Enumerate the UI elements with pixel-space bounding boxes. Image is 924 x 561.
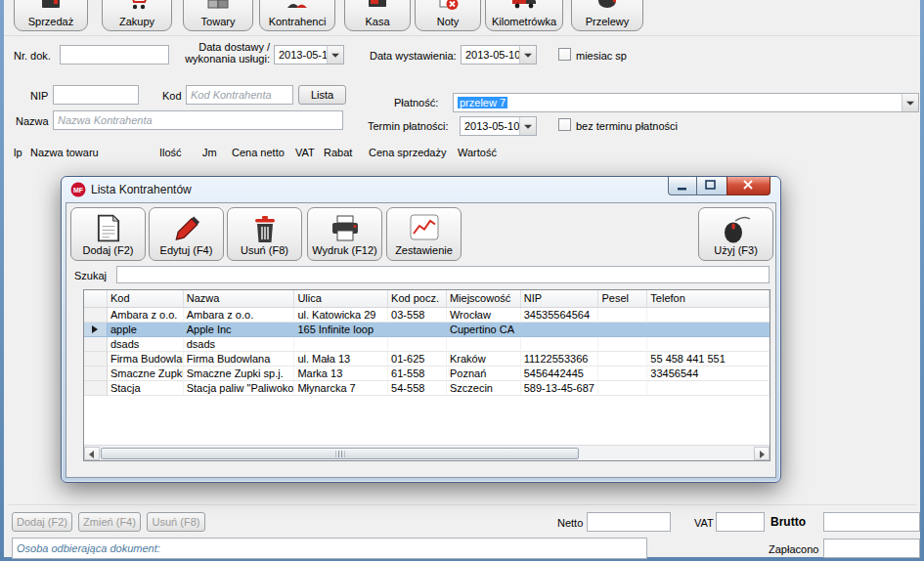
add-item-button[interactable]: Dodaj (F2) bbox=[12, 512, 72, 532]
zestawienie-button[interactable]: Zestawienie bbox=[386, 207, 462, 261]
delete-trash-icon bbox=[252, 214, 278, 245]
goods-icon bbox=[206, 0, 230, 14]
toolbar-label: Zakupy bbox=[103, 16, 171, 27]
zaplacono-label: Zapłacono bbox=[769, 543, 818, 555]
toolbar-button-kilometrowka[interactable]: Kilometrówka bbox=[485, 0, 563, 31]
toolbar-divider bbox=[4, 35, 920, 36]
toolbar-button-kontrahenci[interactable]: Kontrahenci bbox=[259, 0, 335, 31]
edytuj-button[interactable]: Edytuj (F4) bbox=[149, 207, 224, 261]
termin-platnosci-label: Termin płatności: bbox=[368, 120, 449, 132]
dialog-content: Dodaj (F2) Edytuj (F4) Usuń (F8) Wydruk … bbox=[66, 202, 776, 478]
scroll-right-button[interactable] bbox=[754, 447, 770, 460]
items-header-vat: VAT bbox=[295, 147, 315, 158]
column-header-kod[interactable]: Kod bbox=[108, 290, 184, 307]
column-header-nip[interactable]: NIP bbox=[521, 290, 599, 307]
edit-pencil-icon bbox=[173, 214, 200, 244]
nip-input[interactable] bbox=[53, 85, 139, 105]
chevron-down-icon[interactable] bbox=[519, 46, 536, 64]
toolbar-label: Noty bbox=[416, 16, 480, 27]
vat-input[interactable] bbox=[716, 512, 765, 532]
table-row[interactable]: Ambara z o.o. Ambara z o.o. ul. Katowick… bbox=[84, 308, 770, 323]
lista-button[interactable]: Lista bbox=[298, 85, 346, 105]
items-header-ilosc: Ilość bbox=[159, 147, 182, 158]
chevron-down-icon[interactable] bbox=[519, 117, 536, 135]
truck-icon bbox=[511, 0, 537, 14]
column-header-miejscowosc[interactable]: Miejscowość bbox=[447, 290, 521, 307]
platnosc-selected-text: przelew 7 bbox=[458, 97, 507, 108]
toolbar-button-noty[interactable]: Noty bbox=[415, 0, 481, 31]
usun-button[interactable]: Usuń (F8) bbox=[227, 207, 302, 261]
nazwa-label: Nazwa bbox=[16, 115, 49, 127]
report-chart-icon bbox=[410, 214, 439, 242]
change-item-button[interactable]: Zmień (F4) bbox=[78, 512, 141, 532]
column-header-nazwa[interactable]: Nazwa bbox=[184, 290, 295, 307]
row-selector bbox=[84, 381, 108, 396]
netto-input[interactable] bbox=[587, 512, 671, 532]
vat-label: VAT bbox=[694, 517, 714, 529]
termin-platnosci-select[interactable]: 2013-05-10 bbox=[460, 116, 537, 136]
scroll-left-button[interactable] bbox=[84, 447, 100, 460]
osoba-odbierajaca-input[interactable] bbox=[12, 538, 647, 559]
nip-label: NIP bbox=[30, 90, 48, 102]
uzyj-button[interactable]: Użyj (F3) bbox=[698, 207, 773, 261]
toolbar-label: Kilometrówka bbox=[486, 16, 562, 27]
nr-dok-input[interactable] bbox=[60, 45, 169, 65]
column-header-telefon[interactable]: Telefon bbox=[647, 290, 770, 307]
items-header-rabat: Rabat bbox=[324, 147, 352, 158]
search-label: Szukaj bbox=[74, 270, 107, 281]
table-row[interactable]: Smaczne Zupki sp Smaczne Zupki sp.j. Mar… bbox=[84, 367, 770, 381]
toolbar-button-sprzedaz[interactable]: Sprzedaż bbox=[14, 0, 88, 31]
bez-terminu-checkbox[interactable] bbox=[558, 118, 571, 131]
column-header-kod-pocz[interactable]: Kod pocz. bbox=[388, 290, 447, 307]
scrollbar-thumb[interactable] bbox=[101, 448, 579, 459]
dodaj-button[interactable]: Dodaj (F2) bbox=[70, 207, 146, 261]
lista-kontrahentow-dialog: MF Lista Kontrahentów Dodaj (F2) Edytuj … bbox=[61, 176, 781, 483]
delete-item-button[interactable]: Usuń (F8) bbox=[147, 512, 205, 532]
close-button[interactable] bbox=[726, 177, 770, 195]
maximize-button[interactable] bbox=[697, 177, 726, 195]
brutto-input[interactable] bbox=[823, 512, 920, 532]
toolbar-button-przelewy[interactable]: Przelewy bbox=[571, 0, 643, 31]
toolbar-label: Przelewy bbox=[572, 16, 642, 27]
chevron-down-icon[interactable] bbox=[902, 94, 918, 111]
platnosc-select[interactable]: przelew 7 bbox=[453, 93, 919, 112]
items-header-wartosc: Wartość bbox=[458, 147, 497, 158]
toolbar-label: Towary bbox=[184, 16, 252, 27]
table-row-selected[interactable]: apple Apple Inc 165 Infinite loop Cupert… bbox=[84, 323, 770, 337]
contractors-icon bbox=[286, 0, 309, 14]
kod-input[interactable] bbox=[186, 85, 293, 105]
note-icon bbox=[436, 0, 460, 14]
nazwa-input[interactable] bbox=[53, 110, 343, 130]
arrow-right-icon bbox=[760, 451, 765, 458]
row-selector bbox=[84, 323, 108, 337]
toolbar-button-towary[interactable]: Towary bbox=[183, 0, 253, 31]
zaplacono-input[interactable] bbox=[823, 539, 920, 558]
minimize-button[interactable] bbox=[668, 177, 697, 195]
table-row[interactable]: Stacja Stacja paliw "Paliwoko" Młynarcka… bbox=[84, 381, 770, 396]
row-selector bbox=[84, 308, 108, 323]
toolbar-button-zakupy[interactable]: Zakupy bbox=[102, 0, 172, 31]
print-icon bbox=[330, 214, 360, 244]
search-input[interactable] bbox=[116, 266, 770, 283]
toolbar-button-kasa[interactable]: Kasa bbox=[344, 0, 411, 31]
horizontal-scrollbar[interactable] bbox=[84, 445, 770, 460]
table-row[interactable]: Firma Budowlana Firma Budowlana ul. Mała… bbox=[84, 352, 770, 367]
data-dostawy-select[interactable]: 2013-05-10 bbox=[274, 45, 344, 65]
wydruk-button[interactable]: Wydruk (F12) bbox=[307, 207, 382, 261]
mouse-icon bbox=[721, 214, 752, 245]
current-row-arrow-icon bbox=[92, 325, 98, 333]
kontrahenci-grid: Kod Nazwa Ulica Kod pocz. Miejscowość NI… bbox=[83, 289, 770, 461]
data-wystawienia-select[interactable]: 2013-05-10 bbox=[461, 45, 537, 65]
column-header-ulica[interactable]: Ulica bbox=[294, 290, 388, 307]
platnosc-label: Płatność: bbox=[394, 97, 438, 108]
miesiac-sp-checkbox[interactable] bbox=[558, 48, 571, 61]
app-logo-icon: MF bbox=[70, 182, 86, 199]
chevron-down-icon[interactable] bbox=[327, 46, 343, 64]
transfers-icon bbox=[595, 0, 619, 14]
minimize-icon bbox=[669, 177, 696, 194]
dialog-title[interactable]: Lista Kontrahentów bbox=[91, 183, 192, 196]
row-selector-header bbox=[84, 290, 108, 307]
column-header-pesel[interactable]: Pesel bbox=[598, 290, 647, 307]
cart-icon bbox=[125, 0, 149, 14]
table-row[interactable]: dsads dsads bbox=[84, 337, 770, 352]
